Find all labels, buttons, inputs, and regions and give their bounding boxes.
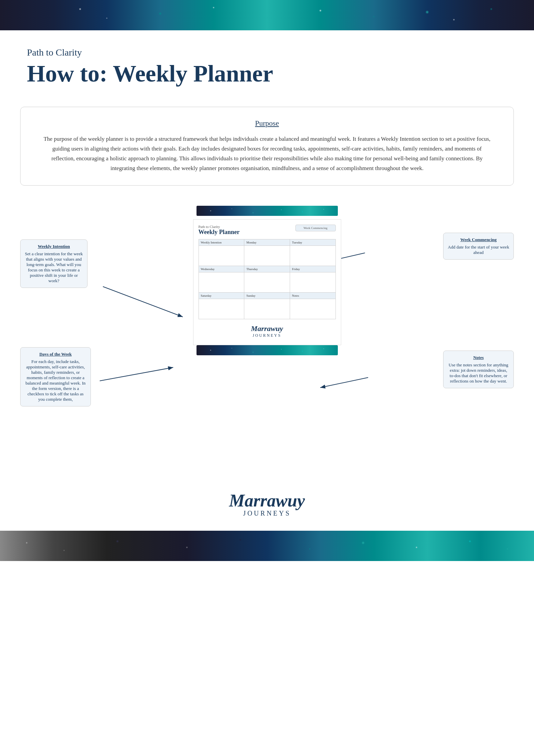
table-row-1 (199, 245, 335, 266)
planner-brand-main: Weekly Planner (199, 229, 240, 236)
planner-brand-sub: Path to Clarity (199, 225, 240, 229)
notes-title: Notes (448, 355, 509, 360)
weekly-intention-text: Set a clear intention for the week that … (25, 251, 83, 283)
col-friday: Friday (290, 266, 335, 272)
cell-monday (244, 245, 290, 266)
header-title: How to: Weekly Planner (27, 61, 507, 87)
bottom-aboriginal-bar (0, 531, 534, 561)
purpose-section: Purpose The purpose of the weekly planne… (20, 107, 514, 186)
planner-card: Path to Clarity Weekly Planner Week Comm… (193, 219, 341, 345)
planner-card-container: Path to Clarity Weekly Planner Week Comm… (193, 206, 341, 458)
col-tuesday: Tuesday (290, 239, 335, 245)
cell-weekly-intention (199, 245, 244, 266)
notes-callout: Notes Use the notes section for anything… (443, 351, 514, 388)
bottom-section: Marrawuy JOURNEYS (0, 472, 534, 531)
header-subtitle: Path to Clarity (27, 47, 507, 58)
week-commencing-text: Add date for the start of your week ahea… (448, 244, 509, 255)
cell-friday (290, 272, 335, 292)
bottom-logo-sub: JOURNEYS (0, 510, 534, 517)
planner-card-header: Path to Clarity Weekly Planner Week Comm… (199, 225, 336, 236)
col-thursday: Thursday (244, 266, 290, 272)
bottom-logo-main: Marrawuy (0, 492, 534, 510)
notes-text: Use the notes section for anything extra… (449, 362, 508, 384)
weekly-intention-callout: Weekly Intention Set a clear intention f… (20, 239, 87, 288)
marrawuy-logo-in-card: Marrawuy JOURNEYS (199, 324, 336, 338)
diagram-wrapper: Weekly Intention Set a clear intention f… (13, 206, 521, 458)
diagram-section: Weekly Intention Set a clear intention f… (0, 199, 534, 472)
purpose-title: Purpose (41, 119, 493, 128)
cell-tuesday (290, 245, 335, 266)
table-row-2 (199, 272, 335, 292)
col-saturday: Saturday (199, 292, 244, 299)
col-notes: Notes (290, 292, 335, 299)
top-aboriginal-bar (0, 0, 534, 30)
table-row-header-1: Weekly Intention Monday Tuesday (199, 239, 335, 245)
cell-notes (290, 299, 335, 319)
table-row-3 (199, 299, 335, 319)
col-sunday: Sunday (244, 292, 290, 299)
cell-wednesday (199, 272, 244, 292)
table-row-header-2: Wednesday Thursday Friday (199, 266, 335, 272)
planner-grid: Weekly Intention Monday Tuesday Wednesda… (199, 239, 336, 319)
mini-aboriginal-bar-bottom (197, 345, 338, 355)
col-wednesday: Wednesday (199, 266, 244, 272)
days-of-week-text: For each day, include tasks, appointment… (26, 359, 86, 402)
days-of-week-title: Days of the Week (25, 352, 86, 357)
week-commencing-box[interactable]: Week Commencing (295, 225, 336, 231)
week-commencing-box-label: Week Commencing (298, 226, 333, 230)
marrawuy-sub-in-card: JOURNEYS (199, 333, 336, 338)
mini-aboriginal-bar (197, 206, 338, 216)
planner-brand: Path to Clarity Weekly Planner (199, 225, 240, 236)
marrawuy-main-in-card: Marrawuy (199, 324, 336, 333)
purpose-text: The purpose of the weekly planner is to … (41, 134, 493, 173)
cell-thursday (244, 272, 290, 292)
week-commencing-title: Week Commencing (448, 237, 509, 242)
col-weekly-intention: Weekly Intention (199, 239, 244, 245)
cell-sunday (244, 299, 290, 319)
week-commencing-callout: Week Commencing Add date for the start o… (443, 233, 514, 260)
cell-saturday (199, 299, 244, 319)
header: Path to Clarity How to: Weekly Planner (0, 30, 534, 97)
weekly-intention-title: Weekly Intention (25, 244, 83, 249)
col-monday: Monday (244, 239, 290, 245)
table-row-header-3: Saturday Sunday Notes (199, 292, 335, 299)
days-of-week-callout: Days of the Week For each day, include t… (20, 347, 91, 406)
